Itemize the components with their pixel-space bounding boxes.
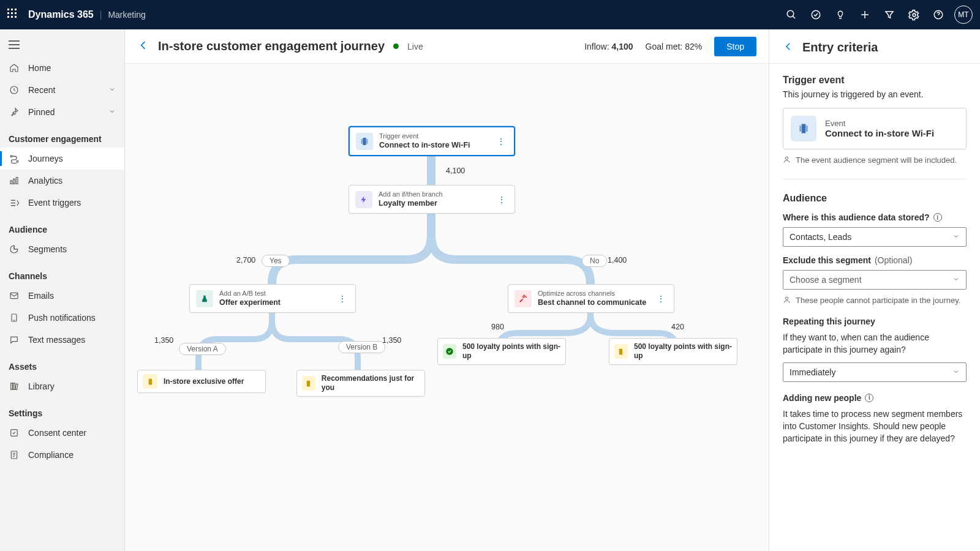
nav-library[interactable]: Library bbox=[0, 375, 124, 397]
brand-name[interactable]: Dynamics 365 bbox=[28, 9, 94, 20]
nav-home[interactable]: Home bbox=[0, 57, 124, 79]
version-b-pill: Version B bbox=[338, 341, 385, 353]
task-icon[interactable] bbox=[804, 0, 828, 29]
back-button[interactable] bbox=[137, 39, 149, 53]
nav-consent[interactable]: Consent center bbox=[0, 422, 124, 444]
node-menu[interactable]: ⋮ bbox=[495, 195, 508, 204]
optimize-icon bbox=[514, 290, 532, 307]
event-card[interactable]: Event Connect to in-store Wi-Fi bbox=[783, 108, 967, 149]
svg-point-21 bbox=[10, 155, 12, 157]
repeating-body: If they want to, when can the audience p… bbox=[783, 331, 967, 356]
node-abtest[interactable]: Add an A/B test Offer experiment ⋮ bbox=[189, 284, 356, 313]
svg-line-10 bbox=[793, 16, 795, 18]
svg-point-9 bbox=[787, 10, 794, 17]
svg-rect-0 bbox=[7, 9, 9, 10]
node-type: Optimize across channels bbox=[538, 290, 646, 298]
node-title: 500 loyalty points with sign-up bbox=[462, 342, 560, 361]
event-name: Connect to in-store Wi-Fi bbox=[825, 128, 934, 138]
node-type: Add an if/then branch bbox=[379, 190, 443, 199]
flow-count-vb: 1,350 bbox=[382, 336, 401, 345]
node-trigger-event[interactable]: Trigger event Connect to in-store Wi-Fi … bbox=[349, 126, 515, 156]
info-icon[interactable]: i bbox=[933, 213, 942, 222]
nav-compliance-label: Compliance bbox=[28, 450, 74, 460]
node-optimize[interactable]: Optimize across channels Best channel to… bbox=[508, 284, 674, 313]
clock-icon bbox=[9, 84, 20, 96]
svg-point-11 bbox=[812, 10, 820, 19]
node-version-b[interactable]: Recommendations just for you bbox=[296, 370, 425, 397]
person-icon bbox=[783, 156, 791, 165]
properties-panel: Entry criteria Trigger event This journe… bbox=[769, 29, 980, 551]
email-icon bbox=[9, 290, 20, 301]
nav-analytics-label: Analytics bbox=[28, 176, 62, 186]
stop-button[interactable]: Stop bbox=[714, 37, 756, 56]
node-title: Offer experiment bbox=[219, 298, 281, 308]
nav-pinned[interactable]: Pinned bbox=[0, 101, 124, 123]
nav-push-label: Push notifications bbox=[28, 313, 96, 323]
repeating-select[interactable]: Immediately bbox=[783, 362, 967, 382]
trigger-event-sub: This journey is triggered by an event. bbox=[783, 89, 967, 99]
navigation-sidebar: Home Recent Pinned Customer engagement J… bbox=[0, 29, 125, 551]
nav-push[interactable]: Push notifications bbox=[0, 307, 124, 329]
journey-canvas[interactable]: Trigger event Connect to in-store Wi-Fi … bbox=[125, 64, 769, 551]
offer-icon bbox=[302, 376, 315, 391]
nav-triggers-label: Event triggers bbox=[28, 198, 81, 208]
flow-count-root: 4,100 bbox=[446, 167, 465, 175]
audience-heading: Audience bbox=[783, 193, 967, 204]
app-launcher[interactable] bbox=[7, 9, 20, 21]
person-icon bbox=[783, 296, 791, 305]
node-menu[interactable]: ⋮ bbox=[654, 294, 668, 304]
svg-rect-38 bbox=[363, 138, 366, 145]
trigger-event-heading: Trigger event bbox=[783, 75, 967, 86]
journeys-icon bbox=[9, 153, 20, 164]
node-version-a[interactable]: In-store exclusive offer bbox=[137, 370, 266, 393]
filter-icon[interactable] bbox=[877, 0, 902, 29]
svg-rect-29 bbox=[11, 383, 13, 390]
node-ifthen[interactable]: Add an if/then branch Loyalty member ⋮ bbox=[349, 185, 515, 214]
svg-point-48 bbox=[785, 157, 788, 159]
adding-people-body: It takes time to process new segment mem… bbox=[783, 408, 967, 445]
node-loyalty-1[interactable]: 500 loyalty points with sign-up bbox=[437, 338, 566, 365]
push-icon bbox=[9, 312, 20, 323]
node-menu[interactable]: ⋮ bbox=[494, 137, 508, 146]
hamburger-toggle[interactable] bbox=[0, 34, 124, 57]
nav-event-triggers[interactable]: Event triggers bbox=[0, 192, 124, 214]
panel-back-button[interactable] bbox=[783, 41, 794, 54]
chevron-down-icon bbox=[952, 232, 960, 242]
nav-consent-label: Consent center bbox=[28, 428, 86, 438]
svg-rect-40 bbox=[366, 139, 368, 144]
nav-compliance[interactable]: Compliance bbox=[0, 444, 124, 466]
repeating-label: Repeating this journey bbox=[783, 317, 967, 326]
branch-no-pill: No bbox=[582, 255, 607, 267]
svg-point-43 bbox=[446, 348, 453, 355]
nav-recent-label: Recent bbox=[28, 85, 55, 95]
svg-rect-44 bbox=[619, 348, 622, 354]
search-icon[interactable] bbox=[779, 0, 804, 29]
add-icon[interactable] bbox=[853, 0, 877, 29]
node-title: 500 loyalty points with sign-up bbox=[634, 342, 732, 361]
nav-analytics[interactable]: Analytics bbox=[0, 170, 124, 192]
trigger-note: The event audience segment will be inclu… bbox=[783, 156, 967, 165]
node-loyalty-2[interactable]: 500 loyalty points with sign-up bbox=[609, 338, 737, 365]
branch-yes-pill: Yes bbox=[262, 255, 290, 267]
select-placeholder: Choose a segment bbox=[790, 275, 862, 285]
info-icon[interactable]: i bbox=[865, 394, 873, 402]
lightbulb-icon[interactable] bbox=[828, 0, 853, 29]
svg-rect-39 bbox=[361, 139, 363, 144]
svg-rect-42 bbox=[307, 380, 310, 386]
flow-count-va: 1,350 bbox=[154, 336, 173, 345]
nav-segments-label: Segments bbox=[28, 244, 67, 254]
nav-text[interactable]: Text messages bbox=[0, 329, 124, 351]
nav-journeys[interactable]: Journeys bbox=[0, 148, 124, 170]
settings-icon[interactable] bbox=[902, 0, 926, 29]
node-menu[interactable]: ⋮ bbox=[336, 294, 349, 304]
nav-recent[interactable]: Recent bbox=[0, 79, 124, 101]
where-stored-select[interactable]: Contacts, Leads bbox=[783, 227, 967, 247]
nav-emails[interactable]: Emails bbox=[0, 285, 124, 307]
user-avatar[interactable]: MT bbox=[954, 6, 973, 24]
svg-rect-5 bbox=[15, 12, 17, 14]
app-name[interactable]: Marketing bbox=[108, 10, 145, 20]
exclude-segment-select[interactable]: Choose a segment bbox=[783, 270, 967, 290]
svg-rect-7 bbox=[11, 16, 13, 18]
help-icon[interactable] bbox=[926, 0, 951, 29]
nav-segments[interactable]: Segments bbox=[0, 238, 124, 260]
